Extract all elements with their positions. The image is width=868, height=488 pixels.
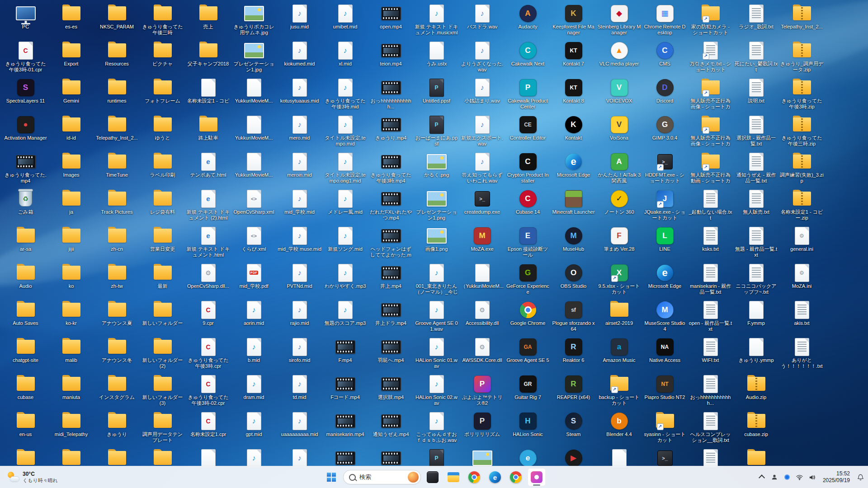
desktop-icon[interactable]: midi_Telepathy [48,409,94,446]
desktop-icon[interactable]: TimeTune [94,150,140,187]
desktop-icon[interactable]: 通知うぜえ.mp4 [368,409,414,446]
desktop-icon[interactable]: e新規 テキスト ドキュメント.html [185,224,231,261]
desktop-icon[interactable]: eMicrosoft Edge [642,261,688,298]
desktop-icon[interactable]: ラベル印刷 [140,150,185,187]
desktop-icon[interactable]: X↗9.5.xlsx - ショートカット [596,261,642,298]
desktop-icon[interactable]: teion.mp4 [368,39,414,76]
desktop-icon[interactable]: ♪わかりやすく.mp3 [322,261,368,298]
desktop-icon[interactable]: AAudacity [505,2,551,39]
desktop-icon[interactable]: en-us [3,409,48,446]
desktop-icon[interactable]: ↗万引きメモ.txt - ショートカット [688,39,733,76]
desktop-icon[interactable]: ⚙general.ini [779,224,825,261]
desktop-icon[interactable]: ♻ごみ箱 [3,187,48,224]
desktop-icon[interactable]: ♪新規 テキスト ドキュメント.musicxml [414,2,459,39]
desktop-icon[interactable]: ♪答え知ってもらずいわこれ.wav [459,150,505,187]
desktop-icon[interactable]: ♪rajio.mid [277,298,322,335]
desktop-icon[interactable]: ♪sirofo.mid [277,335,322,372]
desktop-icon[interactable]: e新規 テキスト ドキュメント (2).html [185,187,231,224]
desktop-icon[interactable]: ♪無題のスコア.mp3 [322,298,368,335]
desktop-icon[interactable]: 無人販売.txt [733,187,779,224]
desktop-icon[interactable]: NKSC_PARAM [94,2,140,39]
desktop-icon[interactable]: ↗無人販売不正行為画像 - ショートカッ... [688,76,733,113]
desktop-icon[interactable]: GGeForce Experience [505,261,551,298]
desktop-icon[interactable]: Telepathy_Inst_2... [94,113,140,150]
desktop-icon[interactable]: ♪umibet.mid [322,2,368,39]
desktop-icon[interactable]: ↗家の防犯カメラ - ショートカット [688,2,733,39]
desktop-icon[interactable]: 井上ドラ.mp4 [368,298,414,335]
desktop-icon[interactable]: zh-tw [94,261,140,298]
desktop-icon[interactable]: open.mp4 [368,2,414,39]
desktop-icon[interactable]: DDiscord [642,76,688,113]
desktop-icon[interactable]: id-id [48,113,94,150]
desktop-icon[interactable]: ●Activation Manager [3,113,48,150]
desktop-icon[interactable]: malib [48,335,94,372]
desktop-icon[interactable]: アナウンス夏 [94,298,140,335]
desktop-icon[interactable]: 死にたい_鬱歌詞.txt [733,39,779,76]
desktop-icon[interactable]: MMuseHub [551,224,596,261]
desktop-icon[interactable]: KTKontakt 8 [551,76,596,113]
desktop-icon[interactable]: YukkuriMovieM... [231,150,277,187]
desktop-icon[interactable]: Track Pictures [94,187,140,224]
desktop-icon[interactable]: ♪小銭詰まり.wav [459,76,505,113]
desktop-icon[interactable]: ♪よりうざくなった.wav [459,39,505,76]
desktop-icon[interactable]: PC [3,2,48,39]
desktop-icon[interactable]: PDFmid_学校.pdf [231,261,277,298]
desktop-icon[interactable]: ▦Chrome Remote Desktop [642,2,688,39]
desktop-icon[interactable]: ja [48,187,94,224]
desktop-icon[interactable]: Auto Saves [3,298,48,335]
desktop-icon[interactable]: Fコード.mp4 [322,372,368,409]
desktop-icon[interactable]: Resources [94,39,140,76]
desktop-icon[interactable]: ⚙Accessibility.dll [459,298,505,335]
desktop-icon[interactable]: 売上 [185,2,231,39]
desktop-icon[interactable]: F.ymmp [733,298,779,335]
tray-chevron-up-icon[interactable] [756,468,768,486]
tray-wifi-icon[interactable] [794,468,806,486]
desktop-icon[interactable]: ♪jusu.mid [277,2,322,39]
desktop-icon[interactable]: 羽屁へ.mp4 [368,335,414,372]
desktop-icon[interactable]: CEController Editor [505,113,551,150]
desktop-icon[interactable]: ♪kiokumed.mid [277,39,322,76]
desktop-icon[interactable]: >_createdump.exe [459,187,505,224]
desktop-icon[interactable]: アナウンス冬 [94,335,140,372]
desktop-icon[interactable]: HHALion Sonic [505,409,551,446]
desktop-icon[interactable]: ありがとう！！！！！！.txt [779,335,825,372]
desktop-icon[interactable]: runtimes [94,76,140,113]
desktop-icon[interactable]: きゅうり.mp4 [368,113,414,150]
desktop-icon[interactable]: GAGroove Agent SE 5 [505,335,551,372]
desktop-icon[interactable]: SSteam [551,409,596,446]
desktop-icon[interactable]: 調声用データテンプレート [140,409,185,446]
desktop-icon[interactable]: manisekarin - 親作品一覧.txt [688,261,733,298]
desktop-icon[interactable]: ♪タイトル未設定.tempo.ong1.mid [322,150,368,187]
desktop-icon[interactable]: ♪こってゅんｄすおｆｄｓｂふお.wav [414,409,459,446]
desktop-icon[interactable]: VVoiSona [596,113,642,150]
desktop-icon[interactable]: MMoZA.exe [459,224,505,261]
desktop-icon[interactable]: 井上.mp4 [368,261,414,298]
taskbar-chrome-2-button[interactable] [507,468,525,486]
desktop-icon[interactable]: Minecraft Launcher [551,187,596,224]
taskbar-chrome-button[interactable] [465,468,483,486]
desktop-icon[interactable]: ♪メドレー風.mid [322,187,368,224]
desktop-icon[interactable]: 選択肢 - 親作品一覧.txt [733,113,779,150]
desktop-icon[interactable]: 選択肢.mp4 [368,372,414,409]
desktop-icon[interactable]: ⚙OpenCvSharp.dll... [185,261,231,298]
desktop-icon[interactable]: プレゼンテーション1.jpg [231,39,277,76]
desktop-icon[interactable]: ♪uaaaaaaaaa.mid [277,409,322,446]
desktop-icon[interactable]: Telepathy_Inst_2... [779,2,825,39]
taskbar-edge-button[interactable]: e [486,468,504,486]
desktop-icon[interactable]: 通知うぜえ - 親作品一覧.txt [733,150,779,187]
desktop-icon[interactable]: うみ.ustx [414,39,459,76]
desktop-icon[interactable]: ♪xl.mid [322,39,368,76]
desktop-icon[interactable]: GRGuitar Rig 7 [505,372,551,409]
desktop-icon[interactable]: きゅうり [94,409,140,446]
desktop-icon[interactable]: 新しいフォルダー [140,298,185,335]
desktop-icon[interactable]: きゅうり_調声用データ.zip [779,39,825,76]
desktop-icon[interactable]: ♪meroin.mid [277,150,322,187]
desktop-icon[interactable]: ✓ノートン 360 [596,187,642,224]
desktop-icon[interactable]: WIFI.txt [688,335,733,372]
desktop-icon[interactable]: 無題 - 親作品一覧.txt [733,224,779,261]
desktop-icon[interactable]: きゅうり.ymmp [733,335,779,372]
desktop-icon[interactable]: PCakewalk Product Center [505,76,551,113]
desktop-icon[interactable]: きゅうり食ってた午後3時.zip [779,76,825,113]
search-box[interactable]: 検索 [343,470,421,484]
desktop-icon[interactable]: KKeepforest File Manager [551,2,596,39]
